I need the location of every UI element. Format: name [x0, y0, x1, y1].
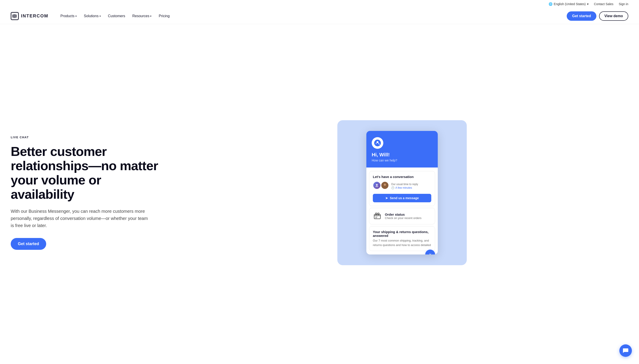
conversation-card: Let's have a conversation — [369, 171, 435, 206]
hero-title: Better customer relationships—no matter … — [11, 144, 162, 201]
hero-eyebrow: LIVE CHAT — [11, 136, 162, 139]
nav-links: Products ▾ Solutions ▾ Customers Resourc… — [57, 12, 567, 20]
send-btn-label: Send us a message — [390, 196, 419, 200]
language-selector[interactable]: 🌐 English (United States) ▾ — [549, 2, 588, 6]
nav-label-solutions: Solutions — [84, 14, 98, 18]
logo-text: INTERCOM — [21, 14, 48, 18]
hero-cta-button[interactable]: Get started — [11, 238, 46, 250]
utility-bar: 🌐 English (United States) ▾ Contact Sale… — [0, 0, 639, 8]
agent-avatars — [373, 181, 389, 189]
nav-label-customers: Customers — [108, 14, 125, 18]
chevron-down-icon-resources: ▾ — [150, 15, 152, 18]
nav-item-pricing[interactable]: Pricing — [156, 12, 173, 20]
shipping-subtitle: Our 7 most common shipping, tracking, an… — [373, 238, 431, 247]
order-status-card[interactable]: Order status Check on your recent orders — [369, 208, 435, 224]
get-started-button[interactable]: Get started — [567, 12, 596, 21]
agent-avatar-1 — [373, 181, 381, 189]
globe-icon: 🌐 — [549, 2, 552, 6]
logo-icon — [11, 12, 19, 20]
messenger-widget: Hi, Will! How can we help? Let's have a … — [366, 131, 438, 254]
svg-point-5 — [376, 141, 378, 143]
nav-item-products[interactable]: Products ▾ — [57, 12, 80, 20]
contact-sales-link[interactable]: Contact Sales — [594, 2, 613, 6]
chevron-down-icon-solutions: ▾ — [100, 15, 101, 18]
order-status-title: Order status — [385, 212, 422, 216]
nav-label-resources: Resources — [132, 14, 149, 18]
svg-rect-8 — [374, 214, 380, 219]
send-icon: ➤ — [385, 196, 388, 200]
order-status-icon — [373, 212, 382, 220]
hero-visual: Hi, Will! How can we help? Let's have a … — [176, 120, 628, 265]
visual-background: Hi, Will! How can we help? Let's have a … — [337, 120, 467, 265]
nav-item-solutions[interactable]: Solutions ▾ — [81, 12, 104, 20]
logo[interactable]: INTERCOM — [11, 12, 48, 20]
nav-label-pricing: Pricing — [159, 14, 170, 18]
messenger-body: Let's have a conversation — [366, 171, 438, 251]
order-status-subtitle: Check on your recent orders — [385, 216, 422, 220]
reply-label: Our usual time to reply — [391, 183, 418, 186]
messenger-header: Hi, Will! How can we help? — [366, 131, 438, 168]
svg-rect-1 — [14, 14, 14, 18]
navbar: INTERCOM Products ▾ Solutions ▾ Customer… — [0, 8, 639, 24]
shipping-title: Your shipping & returns questions, answe… — [373, 230, 431, 238]
svg-point-6 — [376, 184, 378, 186]
agent-avatar-2 — [381, 181, 389, 189]
nav-item-resources[interactable]: Resources ▾ — [129, 12, 154, 20]
reply-time-value: A few minutes — [395, 186, 412, 189]
messenger-greeting: Hi, Will! — [372, 152, 432, 158]
conversation-title: Let's have a conversation — [373, 175, 431, 179]
messenger-avatar — [372, 137, 383, 149]
send-message-button[interactable]: ➤ Send us a message — [373, 194, 431, 202]
svg-point-7 — [384, 184, 386, 186]
reply-info: Our usual time to reply 🕐 A few minutes — [391, 183, 418, 189]
nav-item-customers[interactable]: Customers — [105, 12, 128, 20]
svg-rect-2 — [15, 14, 16, 18]
nav-label-products: Products — [60, 14, 74, 18]
shipping-card[interactable]: Your shipping & returns questions, answe… — [369, 226, 435, 251]
svg-rect-3 — [16, 14, 16, 18]
hero-content: LIVE CHAT Better customer relationships—… — [11, 136, 162, 250]
view-demo-button[interactable]: View demo — [599, 12, 628, 21]
sign-in-link[interactable]: Sign in — [619, 2, 628, 6]
messenger-subgreeting: How can we help? — [372, 158, 432, 162]
hero-section: LIVE CHAT Better customer relationships—… — [0, 24, 639, 361]
language-chevron-icon: ▾ — [587, 2, 588, 6]
clock-icon: 🕐 — [391, 186, 394, 189]
chevron-down-icon: ▾ — [76, 15, 77, 18]
language-label: English (United States) — [554, 2, 586, 6]
floating-chat-button[interactable] — [619, 344, 632, 357]
svg-rect-0 — [12, 14, 13, 18]
nav-actions: Get started View demo — [567, 12, 628, 21]
order-text: Order status Check on your recent orders — [385, 212, 422, 220]
hero-subtitle: With our Business Messenger, you can rea… — [11, 208, 149, 229]
